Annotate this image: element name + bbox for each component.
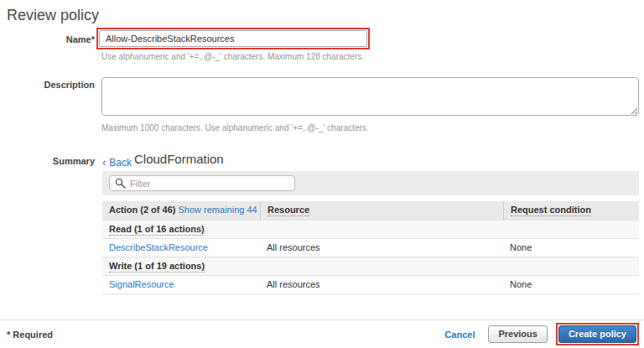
back-link-label: Back — [109, 157, 132, 169]
table-bottom-border — [102, 293, 639, 294]
back-chevron-icon: ‹ — [102, 156, 106, 169]
required-note: * Required — [7, 330, 53, 340]
filter-input-wrap — [109, 175, 295, 191]
search-icon — [115, 178, 126, 189]
footer-bar: * Required Cancel Previous Create policy — [0, 319, 644, 348]
condition-cell: None — [503, 276, 639, 293]
read-group-label: Read (1 of 16 actions) — [109, 224, 205, 236]
create-policy-highlight-annotation: Create policy — [556, 323, 639, 345]
write-group-label: Write (1 of 19 actions) — [109, 261, 205, 273]
name-label: Name* — [0, 34, 95, 44]
create-policy-button[interactable]: Create policy — [558, 325, 636, 343]
table-row: DescribeStackResource All resources None — [102, 238, 639, 257]
resource-column-header: Resource — [260, 201, 503, 220]
cancel-link[interactable]: Cancel — [444, 330, 475, 340]
resource-cell: All resources — [260, 276, 503, 293]
policy-description-textarea[interactable] — [101, 77, 639, 116]
name-highlight-annotation — [96, 28, 370, 49]
filter-input[interactable] — [109, 175, 295, 191]
condition-cell: None — [503, 239, 639, 257]
panel-gap — [102, 195, 639, 201]
name-help-text: Use alphanumeric and '+=,.@-_' character… — [101, 52, 364, 61]
action-link-describestackresource[interactable]: DescribeStackResource — [109, 242, 208, 252]
condition-column-header: Request condition — [503, 201, 639, 220]
resource-header-label: Resource — [267, 205, 309, 216]
summary-label: Summary — [0, 156, 95, 166]
page-title: Review policy — [7, 7, 99, 24]
description-label: Description — [0, 80, 95, 90]
policy-summary-panel: Action (2 of 46) Show remaining 44 Resou… — [102, 171, 639, 294]
table-row: SignalResource All resources None — [102, 275, 639, 293]
write-group-row: Write (1 of 19 actions) — [102, 257, 639, 275]
action-column-header: Action (2 of 46) Show remaining 44 — [102, 201, 260, 220]
read-group-row: Read (1 of 16 actions) — [102, 220, 639, 238]
service-title: CloudFormation — [134, 152, 224, 166]
resource-cell: All resources — [260, 239, 503, 257]
previous-button[interactable]: Previous — [488, 325, 547, 343]
condition-header-label: Request condition — [511, 205, 591, 216]
show-remaining-link[interactable]: Show remaining 44 — [179, 205, 257, 215]
filter-bar — [102, 171, 639, 195]
action-header-label: Action (2 of 46) — [109, 205, 175, 215]
review-policy-page: Review policy Name* Use alphanumeric and… — [0, 0, 644, 348]
back-link[interactable]: ‹Back — [102, 156, 132, 169]
table-header-row: Action (2 of 46) Show remaining 44 Resou… — [102, 201, 639, 220]
action-link-signalresource[interactable]: SignalResource — [109, 279, 174, 289]
description-help-text: Maximum 1000 characters. Use alphanumeri… — [101, 123, 369, 132]
footer-actions: Cancel Previous Create policy — [444, 323, 639, 345]
policy-name-input[interactable] — [99, 30, 367, 47]
